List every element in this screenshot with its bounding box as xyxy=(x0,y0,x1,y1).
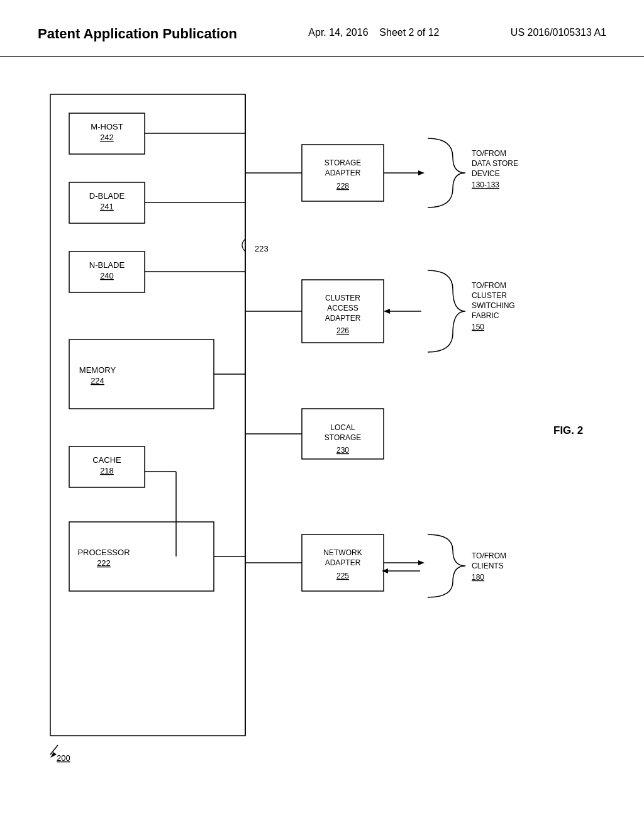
svg-text:TO/FROM: TO/FROM xyxy=(472,149,506,158)
page-header: Patent Application Publication Apr. 14, … xyxy=(0,0,644,57)
svg-text:218: 218 xyxy=(100,466,114,475)
svg-text:CLUSTER: CLUSTER xyxy=(472,291,507,300)
publication-title: Patent Application Publication xyxy=(38,25,237,43)
svg-text:LOCAL: LOCAL xyxy=(330,423,355,432)
svg-marker-65 xyxy=(382,568,388,573)
svg-text:STORAGE: STORAGE xyxy=(325,433,361,442)
svg-text:TO/FROM: TO/FROM xyxy=(472,551,506,560)
svg-text:226: 226 xyxy=(336,326,349,335)
svg-text:223: 223 xyxy=(255,244,269,253)
svg-text:STORAGE: STORAGE xyxy=(325,158,361,167)
svg-text:242: 242 xyxy=(100,133,114,142)
svg-text:200: 200 xyxy=(57,753,70,763)
patent-number: US 2016/0105313 A1 xyxy=(511,25,606,40)
svg-text:180: 180 xyxy=(472,573,484,582)
svg-text:CLUSTER: CLUSTER xyxy=(325,294,360,302)
svg-text:SWITCHING: SWITCHING xyxy=(472,301,515,310)
svg-text:130-133: 130-133 xyxy=(472,180,499,189)
header-date-sheet: Apr. 14, 2016 Sheet 2 of 12 xyxy=(308,25,439,40)
svg-text:CACHE: CACHE xyxy=(92,455,121,465)
svg-text:FABRIC: FABRIC xyxy=(472,311,499,320)
svg-text:DEVICE: DEVICE xyxy=(472,169,500,178)
svg-text:FIG. 2: FIG. 2 xyxy=(553,424,583,436)
svg-text:241: 241 xyxy=(100,202,114,211)
publication-date: Apr. 14, 2016 xyxy=(308,27,368,38)
svg-text:TO/FROM: TO/FROM xyxy=(472,281,506,290)
svg-text:NETWORK: NETWORK xyxy=(323,548,362,557)
svg-rect-0 xyxy=(50,94,245,736)
svg-text:230: 230 xyxy=(336,446,349,455)
svg-text:240: 240 xyxy=(100,271,114,280)
svg-text:150: 150 xyxy=(472,323,484,331)
svg-text:228: 228 xyxy=(336,182,349,191)
svg-text:MEMORY: MEMORY xyxy=(79,365,116,375)
svg-text:M-HOST: M-HOST xyxy=(91,122,123,131)
svg-text:224: 224 xyxy=(91,376,104,385)
svg-text:DATA STORE: DATA STORE xyxy=(472,159,518,168)
svg-text:D-BLADE: D-BLADE xyxy=(89,191,125,201)
svg-marker-56 xyxy=(384,309,390,314)
svg-text:N-BLADE: N-BLADE xyxy=(89,260,125,270)
figure-2-diagram: M-HOST 242 D-BLADE 241 N-BLADE 240 MEMOR… xyxy=(0,57,644,817)
svg-text:ACCESS: ACCESS xyxy=(327,304,358,313)
svg-text:225: 225 xyxy=(336,572,349,580)
svg-marker-50 xyxy=(418,170,425,175)
svg-text:ADAPTER: ADAPTER xyxy=(325,169,361,177)
svg-marker-63 xyxy=(418,560,425,565)
svg-text:222: 222 xyxy=(97,558,111,568)
svg-text:CLIENTS: CLIENTS xyxy=(472,562,504,570)
svg-text:ADAPTER: ADAPTER xyxy=(325,558,361,567)
diagram-area: M-HOST 242 D-BLADE 241 N-BLADE 240 MEMOR… xyxy=(0,57,644,817)
svg-text:PROCESSOR: PROCESSOR xyxy=(77,548,130,557)
sheet-info: Sheet 2 of 12 xyxy=(379,27,439,38)
svg-text:ADAPTER: ADAPTER xyxy=(325,314,361,323)
